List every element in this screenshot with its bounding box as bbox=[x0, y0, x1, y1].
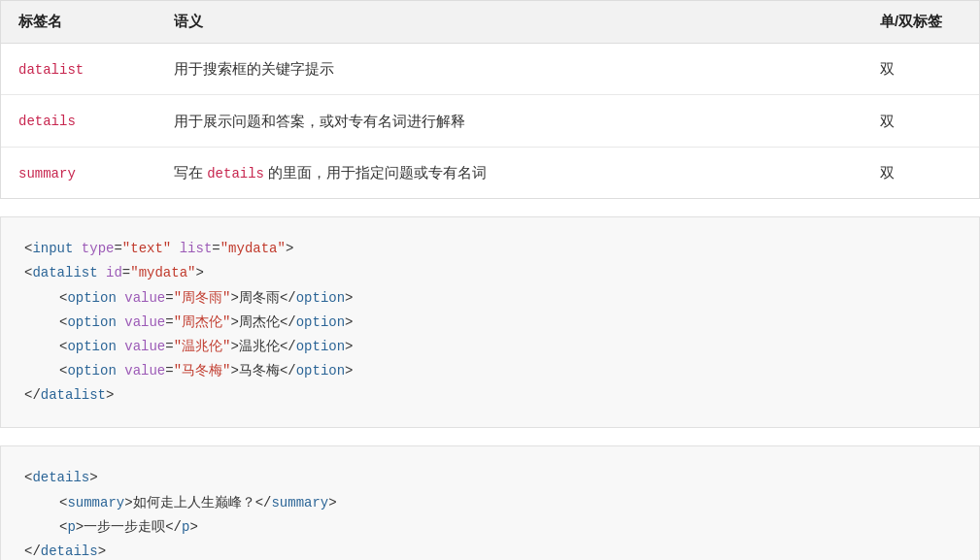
code2-line-1: <details> bbox=[24, 466, 956, 490]
code-line-4: <option value="周杰伦">周杰伦</option> bbox=[24, 311, 956, 335]
type-cell: 双 bbox=[862, 44, 979, 95]
code-block-1: <input type="text" list="mydata"> <datal… bbox=[0, 216, 980, 428]
description-cell: 用于展示问题和答案，或对专有名词进行解释 bbox=[156, 95, 862, 147]
code-line-3: <option value="周冬雨">周冬雨</option> bbox=[24, 286, 956, 311]
code-line-7: </datalist> bbox=[24, 383, 956, 408]
type-cell: 双 bbox=[862, 95, 979, 147]
tag-name-summary: summary bbox=[18, 166, 76, 181]
code2-line-2: <summary>如何走上人生巅峰？</summary> bbox=[24, 491, 956, 515]
code-line-1: <input type="text" list="mydata"> bbox=[24, 237, 956, 261]
description-cell: 写在 details 的里面，用于指定问题或专有名词 bbox=[156, 147, 862, 198]
desc-suffix: 的里面，用于指定问题或专有名词 bbox=[264, 164, 487, 181]
col-header-tag: 标签名 bbox=[1, 1, 156, 44]
table-header-row: 标签名 语义 单/双标签 bbox=[1, 1, 979, 44]
page-container: 标签名 语义 单/双标签 datalist 用于搜索框的关键字提示 双 bbox=[0, 0, 980, 560]
tag-cell: details bbox=[1, 95, 156, 147]
tags-table: 标签名 语义 单/双标签 datalist 用于搜索框的关键字提示 双 bbox=[1, 1, 979, 198]
code-line-5: <option value="温兆伦">温兆伦</option> bbox=[24, 335, 956, 359]
col-header-type: 单/双标签 bbox=[862, 1, 979, 44]
table-row: details 用于展示问题和答案，或对专有名词进行解释 双 bbox=[1, 95, 979, 147]
col-header-meaning: 语义 bbox=[156, 1, 862, 44]
table-row: datalist 用于搜索框的关键字提示 双 bbox=[1, 44, 979, 95]
code-line-2: <datalist id="mydata"> bbox=[24, 261, 956, 285]
code2-line-3: <p>一步一步走呗</p> bbox=[24, 515, 956, 540]
tag-cell: datalist bbox=[1, 44, 156, 95]
type-cell: 双 bbox=[862, 147, 979, 198]
tag-name-datalist: datalist bbox=[18, 62, 84, 78]
table-row: summary 写在 details 的里面，用于指定问题或专有名词 双 bbox=[1, 147, 979, 198]
desc-prefix: 写在 bbox=[174, 164, 207, 181]
code-line-6: <option value="马冬梅">马冬梅</option> bbox=[24, 359, 956, 383]
tag-name-details: details bbox=[18, 114, 76, 129]
tag-cell: summary bbox=[1, 147, 156, 198]
code2-line-4: </details> bbox=[24, 540, 956, 560]
desc-inline-code: details bbox=[207, 166, 264, 181]
description-cell: 用于搜索框的关键字提示 bbox=[156, 44, 862, 95]
code-block-2: <details> <summary>如何走上人生巅峰？</summary> <… bbox=[0, 445, 980, 560]
table-section: 标签名 语义 单/双标签 datalist 用于搜索框的关键字提示 双 bbox=[0, 0, 980, 199]
